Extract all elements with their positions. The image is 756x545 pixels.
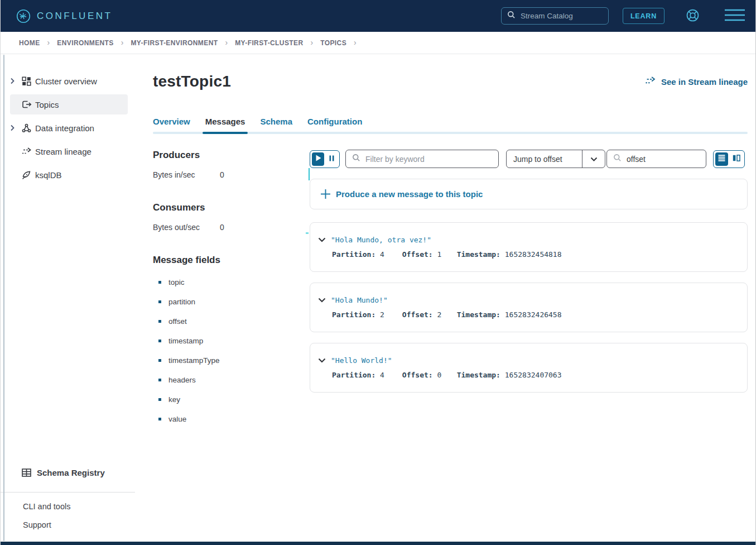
partition-label: Partition: xyxy=(332,371,375,379)
play-icon xyxy=(315,155,321,163)
brand-name: CONFLUENT xyxy=(37,11,112,22)
offset-search-box xyxy=(606,150,706,168)
lineage-link-label: See in Stream lineage xyxy=(661,77,748,87)
sidebar-link-support[interactable]: Support xyxy=(1,511,135,542)
breadcrumb-cluster[interactable]: MY-FIRST-CLUSTER xyxy=(235,39,303,47)
sidebar-item-ksqldb[interactable]: ksqlDB xyxy=(1,163,135,187)
offset-label: Offset: xyxy=(402,310,433,319)
message-field-item[interactable]: headers xyxy=(153,376,310,384)
offset-value: 1 xyxy=(437,250,441,259)
bytes-in-value: 0 xyxy=(220,170,224,179)
chevron-right-icon[interactable] xyxy=(10,125,22,131)
sidebar-link-cli-and-tools[interactable]: CLI and tools xyxy=(1,493,135,511)
breadcrumb-separator: › xyxy=(225,38,228,48)
message-card: "Hello World!" Partition: 4 Offset: 0 Ti… xyxy=(310,343,748,393)
message-fields-heading: Message fields xyxy=(153,255,310,266)
message-field-item[interactable]: key xyxy=(153,396,310,403)
timestamp-value: 1652832407063 xyxy=(505,371,562,379)
main-content: testTopic1 See in Stream lineage Overvie… xyxy=(135,54,755,542)
play-pause-group xyxy=(310,150,340,168)
bullet-icon xyxy=(158,359,161,362)
stream-catalog-search[interactable] xyxy=(501,7,609,25)
breadcrumb-topics[interactable]: TOPICS xyxy=(320,39,346,47)
tab-configuration[interactable]: Configuration xyxy=(307,117,362,134)
partition-label: Partition: xyxy=(332,250,375,259)
offset-search-input[interactable] xyxy=(627,155,700,164)
sidebar-item-label: ksqlDB xyxy=(35,170,62,180)
message-value[interactable]: "Hello World!" xyxy=(331,356,392,365)
collapse-message-button[interactable] xyxy=(318,236,326,244)
messages-toolbar: Jump to offset xyxy=(310,150,748,168)
message-field-item[interactable]: offset xyxy=(153,318,310,325)
breadcrumb-environment[interactable]: MY-FIRST-ENVIRONMENT xyxy=(131,39,218,47)
message-value[interactable]: "Hola Mundo, otra vez!" xyxy=(331,236,431,244)
message-card: "Hola Mundo!" Partition: 2 Offset: 2 Tim… xyxy=(310,283,748,332)
topic-tabs: Overview Messages Schema Configuration xyxy=(153,117,748,134)
consumers-heading: Consumers xyxy=(153,202,310,213)
chevron-down-icon[interactable] xyxy=(582,150,605,168)
jump-to-offset-select[interactable]: Jump to offset xyxy=(506,150,605,168)
chevron-down-icon xyxy=(318,356,326,365)
sidebar-item-label: Topics xyxy=(35,100,59,109)
offset-label: Offset: xyxy=(402,371,433,379)
timestamp-value: 1652832426458 xyxy=(505,310,562,319)
sidebar-item-cluster-overview[interactable]: Cluster overview xyxy=(1,69,135,93)
partition-value: 2 xyxy=(380,310,384,319)
list-view-button[interactable] xyxy=(715,152,728,166)
partition-value: 4 xyxy=(380,250,384,259)
pause-button[interactable] xyxy=(325,152,338,166)
confluent-spark-icon xyxy=(16,9,31,23)
plus-icon xyxy=(320,189,331,199)
split-view-icon xyxy=(733,155,740,163)
topics-icon xyxy=(22,100,35,109)
partition-value: 4 xyxy=(380,371,384,379)
sidebar-item-label: Data integration xyxy=(35,123,94,133)
learn-button[interactable]: LEARN xyxy=(623,8,664,24)
tab-overview[interactable]: Overview xyxy=(153,117,190,134)
breadcrumb-separator: › xyxy=(47,38,50,48)
sidebar-item-stream-lineage[interactable]: Stream lineage xyxy=(1,140,135,163)
support-button[interactable] xyxy=(685,7,701,25)
stream-lineage-icon xyxy=(645,77,656,87)
filter-keyword-input[interactable] xyxy=(365,155,492,164)
message-value[interactable]: "Hola Mundo!" xyxy=(331,296,388,304)
bullet-icon xyxy=(158,379,161,381)
sidebar-item-schema-registry[interactable]: Schema Registry xyxy=(1,461,135,484)
confluent-logo[interactable]: CONFLUENT xyxy=(16,9,112,23)
split-view-button[interactable] xyxy=(730,152,743,166)
bytes-in-row: Bytes in/sec 0 xyxy=(153,168,310,181)
message-field-item[interactable]: partition xyxy=(153,298,310,305)
top-bar: CONFLUENT LEARN xyxy=(1,0,755,32)
bullet-icon xyxy=(158,340,161,342)
jump-select-value: Jump to offset xyxy=(507,155,582,164)
stream-catalog-input[interactable] xyxy=(521,12,603,20)
message-field-item[interactable]: topic xyxy=(153,279,310,286)
sidebar-item-topics[interactable]: Topics xyxy=(1,93,135,116)
message-meta: Partition: 2 Offset: 2 Timestamp: 165283… xyxy=(310,310,747,319)
chevron-right-icon[interactable] xyxy=(10,78,22,84)
sidebar-item-label: Cluster overview xyxy=(35,77,97,86)
sidebar-item-data-integration[interactable]: Data integration xyxy=(1,116,135,140)
ksqldb-icon xyxy=(22,170,35,180)
collapse-message-button[interactable] xyxy=(318,356,326,365)
timestamp-label: Timestamp: xyxy=(457,250,500,259)
message-field-item[interactable]: value xyxy=(153,415,310,423)
message-field-item[interactable]: timestampType xyxy=(153,357,310,364)
timestamp-value: 1652832454818 xyxy=(505,250,562,259)
see-in-stream-lineage-link[interactable]: See in Stream lineage xyxy=(645,77,748,87)
search-icon xyxy=(352,154,360,164)
offset-label: Offset: xyxy=(402,250,433,259)
timestamp-label: Timestamp: xyxy=(457,310,500,319)
produce-message-button[interactable]: Produce a new message to this topic xyxy=(310,179,748,209)
play-button[interactable] xyxy=(312,152,324,166)
cluster-overview-icon xyxy=(22,77,35,86)
breadcrumb-home[interactable]: HOME xyxy=(19,39,40,47)
message-field-item[interactable]: timestamp xyxy=(153,337,310,345)
bullet-icon xyxy=(158,398,161,401)
hamburger-menu-button[interactable] xyxy=(724,8,745,24)
timestamp-label: Timestamp: xyxy=(457,371,500,379)
tab-messages[interactable]: Messages xyxy=(205,117,245,134)
breadcrumb-environments[interactable]: ENVIRONMENTS xyxy=(57,39,113,47)
collapse-message-button[interactable] xyxy=(318,296,326,304)
tab-schema[interactable]: Schema xyxy=(260,117,292,134)
